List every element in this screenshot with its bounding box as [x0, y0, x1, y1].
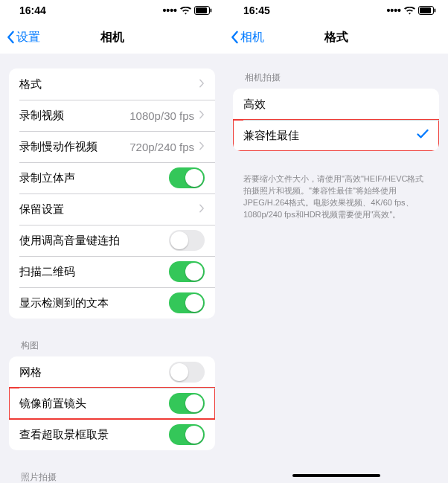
wifi-icon	[180, 7, 191, 15]
group-composition: 网格镜像前置镜头查看超取景框取景	[9, 356, 215, 450]
row-label: 兼容性最佳	[243, 129, 417, 143]
section-header-capture: 相机拍摄	[224, 68, 448, 89]
row-label: 录制视频	[19, 109, 129, 123]
chevron-right-icon	[199, 77, 205, 91]
home-indicator[interactable]	[292, 474, 380, 477]
svg-rect-5	[435, 9, 436, 13]
content: 格式录制视频1080p/30 fps录制慢动作视频720p/240 fps录制立…	[0, 54, 224, 483]
toggle[interactable]	[169, 292, 205, 313]
status-bar: 16:45 ••••	[224, 0, 448, 21]
status-dots: ••••	[386, 4, 401, 16]
check-icon	[417, 129, 429, 142]
page-title: 相机	[100, 30, 124, 45]
battery-icon	[194, 6, 212, 15]
page-title: 格式	[324, 30, 348, 45]
status-time: 16:44	[19, 4, 46, 16]
battery-icon	[418, 6, 436, 15]
row-高效[interactable]: 高效	[233, 89, 439, 120]
row-label: 使用调高音量键连拍	[19, 234, 169, 248]
status-time: 16:45	[243, 4, 270, 16]
row-查看超取景框取景[interactable]: 查看超取景框取景	[9, 419, 215, 450]
row-使用调高音量键连拍[interactable]: 使用调高音量键连拍	[9, 225, 215, 256]
chevron-left-icon	[230, 31, 239, 44]
chevron-right-icon	[199, 140, 205, 153]
toggle[interactable]	[169, 393, 205, 414]
row-label: 录制慢动作视频	[19, 140, 129, 154]
toggle[interactable]	[169, 230, 205, 251]
svg-rect-4	[420, 7, 431, 13]
row-兼容性最佳[interactable]: 兼容性最佳	[233, 120, 439, 151]
status-bar: 16:44 ••••	[0, 0, 224, 21]
row-value: 1080p/30 fps	[129, 109, 194, 122]
group-main: 格式录制视频1080p/30 fps录制慢动作视频720p/240 fps录制立…	[9, 68, 215, 319]
content: 相机拍摄 高效兼容性最佳 若要缩小文件大小，请使用"高效"HEIF/HEVC格式…	[224, 54, 448, 483]
row-label: 高效	[243, 97, 429, 112]
toggle[interactable]	[169, 362, 205, 383]
row-label: 网格	[19, 365, 169, 380]
toggle[interactable]	[169, 261, 205, 282]
format-footer: 若要缩小文件大小，请使用"高效"HEIF/HEVC格式拍摄照片和视频。"兼容性最…	[224, 169, 448, 225]
back-button[interactable]: 相机	[230, 30, 264, 45]
status-dots: ••••	[162, 4, 177, 16]
camera-settings-screen: 16:44 •••• 设置 相机 格式录制视频1080p/30 fps录制慢动作…	[0, 0, 224, 483]
row-网格[interactable]: 网格	[9, 356, 215, 388]
row-value: 720p/240 fps	[129, 141, 194, 153]
section-header-photo: 照片拍摄	[0, 468, 224, 483]
row-录制立体声[interactable]: 录制立体声	[9, 162, 215, 193]
row-录制慢动作视频[interactable]: 录制慢动作视频720p/240 fps	[9, 131, 215, 162]
toggle[interactable]	[169, 424, 205, 445]
chevron-right-icon	[199, 109, 205, 122]
row-label: 镜像前置镜头	[19, 397, 169, 411]
row-label: 录制立体声	[19, 171, 169, 185]
svg-rect-2	[211, 9, 212, 13]
row-保留设置[interactable]: 保留设置	[9, 193, 215, 225]
row-label: 扫描二维码	[19, 265, 169, 279]
row-格式[interactable]: 格式	[9, 68, 215, 100]
nav-bar: 相机 格式	[224, 21, 448, 54]
formats-screen: 16:45 •••• 相机 格式 相机拍摄 高效兼容性最佳 若要缩小文件大小，请…	[224, 0, 448, 483]
section-header-composition: 构图	[0, 336, 224, 356]
toggle[interactable]	[169, 167, 205, 188]
chevron-right-icon	[199, 202, 205, 216]
group-format-options: 高效兼容性最佳	[233, 89, 439, 151]
row-label: 格式	[19, 77, 199, 92]
row-扫描二维码[interactable]: 扫描二维码	[9, 256, 215, 287]
row-镜像前置镜头[interactable]: 镜像前置镜头	[9, 388, 215, 419]
nav-bar: 设置 相机	[0, 21, 224, 54]
svg-rect-1	[196, 7, 207, 13]
row-录制视频[interactable]: 录制视频1080p/30 fps	[9, 100, 215, 131]
back-button[interactable]: 设置	[6, 30, 40, 45]
row-label: 显示检测到的文本	[19, 296, 169, 310]
row-显示检测到的文本[interactable]: 显示检测到的文本	[9, 287, 215, 319]
row-label: 查看超取景框取景	[19, 428, 169, 442]
chevron-left-icon	[6, 31, 15, 44]
wifi-icon	[404, 7, 415, 15]
row-label: 保留设置	[19, 202, 199, 217]
